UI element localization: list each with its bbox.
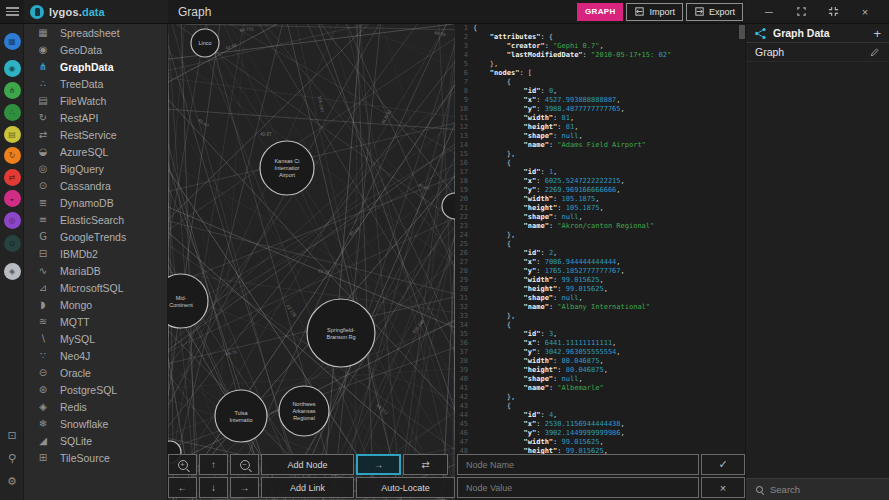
settings-icon[interactable]: ⚙ bbox=[0, 475, 24, 488]
sidebar-item-mariadb[interactable]: ∿MariaDB bbox=[24, 262, 167, 279]
bigquery-icon: ◎ bbox=[36, 163, 50, 174]
sidebar-item-label: Redis bbox=[60, 401, 87, 413]
sidebar-item-label: DynamoDB bbox=[60, 197, 114, 209]
graph-node[interactable] bbox=[442, 193, 455, 219]
sidebar-item-mongo[interactable]: ◗Mongo bbox=[24, 296, 167, 313]
sidebar-item-label: Cassandra bbox=[60, 180, 111, 192]
rail-item-restservice-app[interactable]: ⇄ bbox=[4, 169, 21, 186]
graph-button[interactable]: GRAPH bbox=[577, 3, 623, 21]
node-name-input[interactable] bbox=[457, 454, 699, 475]
rail-item-geodata-app[interactable]: ◉ bbox=[4, 60, 21, 77]
close-icon[interactable]: × bbox=[857, 4, 873, 20]
add-node-button[interactable]: Add Node bbox=[261, 454, 354, 475]
rail-item-cassandra-app[interactable]: ⊙ bbox=[4, 235, 21, 252]
graph-canvas[interactable]: 84-79243-4848-55105-24040-8765-87BLR-924… bbox=[168, 24, 455, 500]
graph-data-panel: Graph Data + Graph bbox=[745, 24, 889, 500]
pan-right-button[interactable]: → bbox=[230, 477, 259, 498]
json-editor[interactable]: 1{2 "attributes": {3 "creator": "Gephi 0… bbox=[455, 24, 745, 500]
rail-item-restapi-app[interactable]: ↻ bbox=[4, 147, 21, 164]
code-line: 24 }, bbox=[455, 231, 739, 240]
sidebar-item-restservice[interactable]: ⇄RestService bbox=[24, 126, 167, 143]
sidebar-item-azuresql[interactable]: ◒AzureSQL bbox=[24, 143, 167, 160]
sidebar-item-dynamodb[interactable]: ≣DynamoDB bbox=[24, 194, 167, 211]
postgresql-icon: ⊛ bbox=[36, 384, 50, 395]
maximize-icon[interactable] bbox=[793, 4, 809, 20]
export-button[interactable]: Export bbox=[686, 3, 743, 21]
sidebar-item-snowflake[interactable]: ❄Snowflake bbox=[24, 415, 167, 432]
add-graph-button[interactable]: + bbox=[873, 27, 881, 40]
sidebar-item-bigquery[interactable]: ◎BigQuery bbox=[24, 160, 167, 177]
terminal-icon[interactable]: ⊡ bbox=[0, 429, 24, 442]
graph-node[interactable]: Kansas CiInternatiorAirport bbox=[260, 141, 314, 195]
node-value-input[interactable] bbox=[457, 477, 699, 498]
sidebar-item-googletrends[interactable]: GGoogleTrends bbox=[24, 228, 167, 245]
rail-item-azuresql-app[interactable]: ◒ bbox=[4, 190, 21, 207]
graph-edge bbox=[308, 24, 455, 336]
sidebar-item-mqtt[interactable]: ≋MQTT bbox=[24, 313, 167, 330]
sidebar-item-neo4j[interactable]: ∵Neo4J bbox=[24, 347, 167, 364]
graph-svg[interactable]: 84-79243-4848-55105-24040-8765-87BLR-924… bbox=[168, 24, 455, 500]
sidebar-item-filewatch[interactable]: ▤FileWatch bbox=[24, 92, 167, 109]
pan-left-button[interactable]: ← bbox=[168, 477, 197, 498]
edit-icon[interactable] bbox=[869, 47, 880, 58]
sidebar-item-graphdata[interactable]: ⋔GraphData bbox=[24, 58, 167, 75]
code-line: 25 { bbox=[455, 240, 739, 249]
sidebar-item-oracle[interactable]: ⊝Oracle bbox=[24, 364, 167, 381]
sidebar-item-spreadsheet[interactable]: ▦Spreadsheet bbox=[24, 24, 167, 41]
sidebar-item-mysql[interactable]: ∖MySQL bbox=[24, 330, 167, 347]
cancel-button[interactable]: × bbox=[701, 477, 745, 498]
import-button[interactable]: Import bbox=[626, 3, 683, 21]
sidebar-item-microsoftsql[interactable]: ⊿MicrosoftSQL bbox=[24, 279, 167, 296]
sidebar-item-elasticsearch[interactable]: ≡ElasticSearch bbox=[24, 211, 167, 228]
zoom-out-button[interactable]: − bbox=[230, 454, 259, 475]
editor-scrollbar[interactable] bbox=[739, 24, 745, 500]
menu-icon[interactable] bbox=[6, 5, 19, 18]
sidebar-item-tilesource[interactable]: ⊞TileSource bbox=[24, 449, 167, 466]
zoom-in-button[interactable]: + bbox=[168, 454, 197, 475]
confirm-button[interactable]: ✓ bbox=[701, 454, 745, 475]
sidebar-item-postgresql[interactable]: ⊛PostgreSQL bbox=[24, 381, 167, 398]
sidebar-item-label: Snowflake bbox=[60, 418, 108, 430]
rail-item-filewatch-app[interactable]: ▤ bbox=[4, 126, 21, 143]
compress-icon[interactable] bbox=[825, 4, 841, 20]
graph-node[interactable]: Linco bbox=[191, 29, 219, 57]
code-line: 29 "width": 99.015625, bbox=[455, 276, 739, 285]
sidebar-item-label: TileSource bbox=[60, 452, 110, 464]
search-input[interactable] bbox=[770, 484, 870, 495]
graph-node[interactable]: Springfield-Branson Rg bbox=[307, 299, 375, 367]
panel-header: Graph Data + bbox=[746, 24, 889, 43]
node-inspector: ✓ × bbox=[457, 454, 745, 500]
bidirectional-link-button[interactable]: ⇄ bbox=[403, 454, 448, 475]
key-icon[interactable]: ⚲ bbox=[0, 452, 24, 465]
graph-node[interactable]: TulsaInternatio bbox=[215, 390, 267, 442]
sidebar-item-label: PostgreSQL bbox=[60, 384, 117, 396]
sidebar-item-geodata[interactable]: ◉GeoData bbox=[24, 41, 167, 58]
directed-link-button[interactable]: → bbox=[356, 454, 401, 475]
sidebar-item-restapi[interactable]: ↻RestAPI bbox=[24, 109, 167, 126]
pan-up-button[interactable]: ↑ bbox=[199, 454, 228, 475]
edge-weight-label: 105-240 bbox=[317, 95, 325, 113]
rail-item-graphdata-app[interactable]: ⋔ bbox=[4, 82, 21, 99]
graph-node[interactable]: NorthwesArkansasRegional bbox=[279, 386, 329, 436]
graph-item[interactable]: Graph bbox=[746, 43, 889, 62]
code-line: 31 "shape": null, bbox=[455, 294, 739, 303]
rail-item-spreadsheet-app[interactable]: ▦ bbox=[4, 33, 21, 50]
minimize-icon[interactable]: ─ bbox=[761, 4, 777, 20]
mongo-icon: ◗ bbox=[36, 299, 50, 310]
sidebar-item-ibmdb2[interactable]: ⊟IBMDb2 bbox=[24, 245, 167, 262]
rail-item-treedata-app[interactable]: ∴ bbox=[4, 104, 21, 121]
pan-down-button[interactable]: ↓ bbox=[199, 477, 228, 498]
sidebar-item-treedata[interactable]: ∴TreeData bbox=[24, 75, 167, 92]
auto-locate-button[interactable]: Auto-Locate bbox=[356, 477, 455, 498]
rail-item-generic-app[interactable]: ◈ bbox=[4, 263, 21, 280]
code-line: 13 "shape": null, bbox=[455, 132, 739, 141]
sidebar-item-redis[interactable]: ◈Redis bbox=[24, 398, 167, 415]
sidebar-item-sqlite[interactable]: ◢SQLite bbox=[24, 432, 167, 449]
sidebar-item-label: BigQuery bbox=[60, 163, 104, 175]
sidebar-item-label: AzureSQL bbox=[60, 146, 108, 158]
rail-item-bigquery-app[interactable]: ◎ bbox=[4, 212, 21, 229]
graph-node[interactable]: Mid-Continent bbox=[168, 274, 208, 328]
svg-text:Springfield-Branson Rg: Springfield-Branson Rg bbox=[326, 327, 355, 340]
add-link-button[interactable]: Add Link bbox=[261, 477, 354, 498]
sidebar-item-cassandra[interactable]: ⊙Cassandra bbox=[24, 177, 167, 194]
